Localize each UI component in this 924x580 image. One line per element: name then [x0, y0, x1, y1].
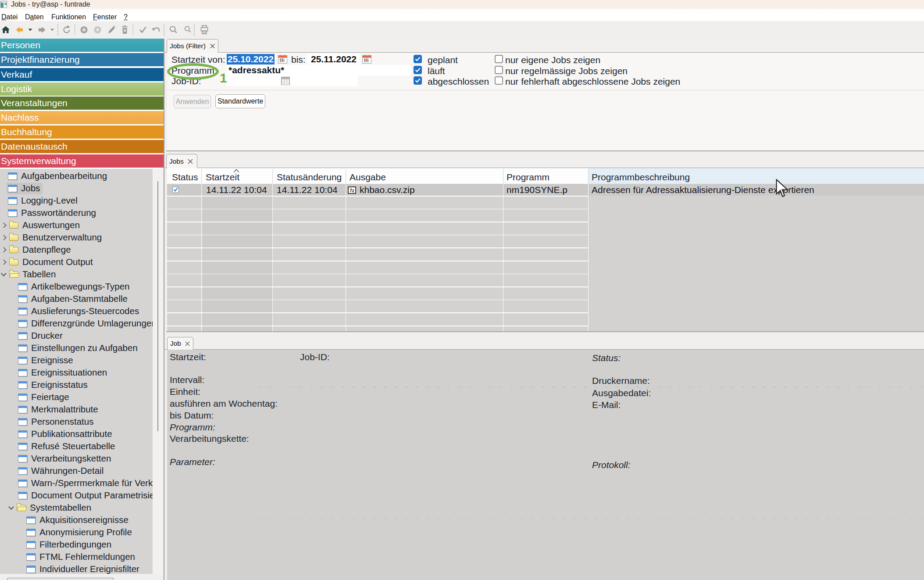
svg-text:15.: 15. — [364, 58, 369, 62]
svg-text:15.: 15. — [280, 58, 285, 62]
svg-text:7z: 7z — [350, 188, 354, 193]
